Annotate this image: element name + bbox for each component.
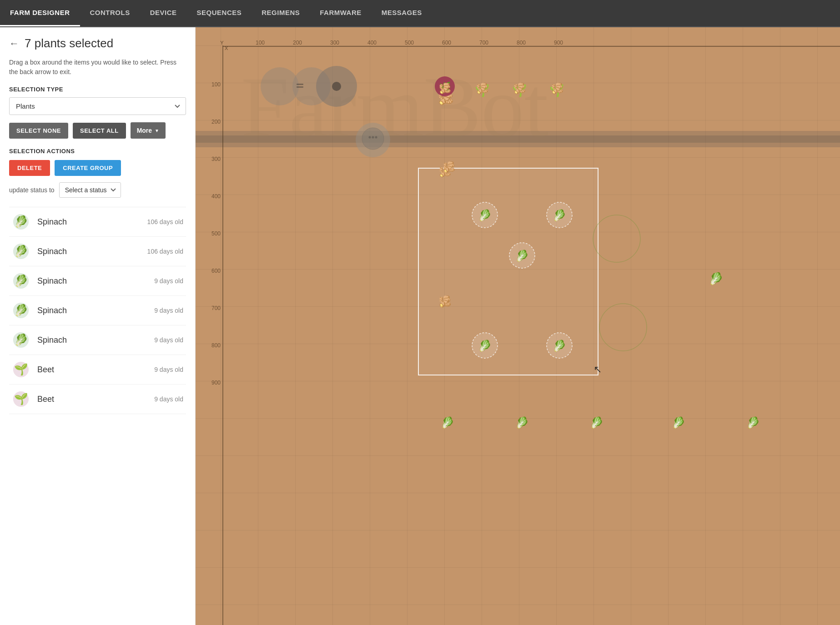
page-title: 7 plants selected <box>25 36 113 50</box>
svg-text:800: 800 <box>517 40 526 46</box>
map-grid: Y X 100 200 300 400 500 600 700 800 900 … <box>196 27 840 625</box>
nav-regimens[interactable]: REGIMENS <box>251 0 310 26</box>
status-dropdown[interactable]: Select a status <box>59 182 121 198</box>
plant-age: 106 days old <box>147 218 183 225</box>
plant-icon: 🌱 <box>12 360 30 379</box>
map-beet-2: 🫚 <box>476 82 489 95</box>
svg-text:🌱: 🌱 <box>14 363 28 376</box>
plant-name: Beet <box>37 365 147 375</box>
svg-point-49 <box>362 128 384 150</box>
svg-text:400: 400 <box>367 40 377 46</box>
selection-type-label: SELECTION TYPE <box>9 86 186 93</box>
plant-icon: 🥬 <box>12 272 30 290</box>
nav-controls[interactable]: CONTROLS <box>80 0 140 26</box>
svg-text:800: 800 <box>211 342 221 349</box>
plant-age: 9 days old <box>154 366 183 373</box>
nav-messages[interactable]: MESSAGES <box>372 0 432 26</box>
plant-list-item[interactable]: 🥬 Spinach106 days old <box>9 207 186 237</box>
plant-name: Spinach <box>37 335 147 345</box>
svg-rect-44 <box>297 84 303 85</box>
svg-text:🥬: 🥬 <box>553 339 566 352</box>
svg-text:🥬: 🥬 <box>672 416 685 429</box>
svg-text:900: 900 <box>211 380 221 386</box>
nav-farmware[interactable]: FARMWARE <box>310 0 372 26</box>
svg-text:600: 600 <box>211 268 221 274</box>
plant-age: 9 days old <box>154 307 183 314</box>
plant-icon: 🥬 <box>12 301 30 320</box>
delete-button[interactable]: DELETE <box>9 160 50 176</box>
status-row: update status to Select a status <box>9 182 186 198</box>
svg-text:200: 200 <box>211 119 221 125</box>
plant-name: Spinach <box>37 217 140 227</box>
svg-text:🫚: 🫚 <box>443 161 456 173</box>
plant-list-item[interactable]: 🌱 Beet9 days old <box>9 385 186 414</box>
map-beet-1: 🫚 <box>439 82 452 95</box>
svg-text:🥬: 🥬 <box>590 416 604 429</box>
back-arrow-icon[interactable]: ← <box>9 38 19 50</box>
sidebar-header: ← 7 plants selected <box>9 36 186 50</box>
svg-text:700: 700 <box>211 305 221 311</box>
svg-text:🥬: 🥬 <box>709 271 724 286</box>
svg-text:🥬: 🥬 <box>441 416 454 429</box>
nav-farm-designer[interactable]: FARM DESIGNER <box>0 0 80 26</box>
plant-list-item[interactable]: 🥬 Spinach106 days old <box>9 237 186 266</box>
svg-text:🌱: 🌱 <box>14 392 28 406</box>
plant-age: 106 days old <box>147 248 183 255</box>
svg-text:Y: Y <box>220 40 224 45</box>
nav-sequences[interactable]: SEQUENCES <box>187 0 252 26</box>
svg-text:🥬: 🥬 <box>14 333 28 347</box>
status-prefix-label: update status to <box>9 186 55 194</box>
create-group-button[interactable]: CREATE GROUP <box>55 160 121 176</box>
svg-point-51 <box>372 136 374 139</box>
plant-age: 9 days old <box>154 336 183 344</box>
svg-text:🥬: 🥬 <box>478 209 492 222</box>
plant-name: Spinach <box>37 306 147 315</box>
svg-text:↖: ↖ <box>594 364 602 375</box>
svg-text:200: 200 <box>293 40 302 46</box>
plant-list-item[interactable]: 🥬 Spinach9 days old <box>9 266 186 296</box>
plant-icon: 🥬 <box>12 331 30 349</box>
plant-name: Beet <box>37 395 147 404</box>
svg-text:🥬: 🥬 <box>515 416 529 429</box>
nav-device[interactable]: DEVICE <box>140 0 187 26</box>
sidebar: ← 7 plants selected Drag a box around th… <box>0 27 196 625</box>
select-none-button[interactable]: SELECT NONE <box>9 123 68 139</box>
action-buttons-row: DELETE CREATE GROUP <box>9 160 186 176</box>
more-button[interactable]: More <box>131 122 166 139</box>
plant-age: 9 days old <box>154 395 183 403</box>
top-navigation: FARM DESIGNER CONTROLS DEVICE SEQUENCES … <box>0 0 840 27</box>
svg-text:900: 900 <box>554 40 563 46</box>
plant-list-item[interactable]: 🥬 Spinach9 days old <box>9 296 186 325</box>
svg-text:🥬: 🥬 <box>553 209 566 222</box>
select-all-button[interactable]: SELECT ALL <box>73 123 126 139</box>
svg-text:🥬: 🥬 <box>746 416 760 429</box>
map-beet-4: 🫚 <box>551 82 564 95</box>
svg-point-50 <box>369 136 371 139</box>
svg-text:600: 600 <box>442 40 451 46</box>
selection-actions-label: SELECTION ACTIONS <box>9 148 186 155</box>
svg-point-47 <box>332 82 341 91</box>
svg-text:🥬: 🥬 <box>14 215 28 229</box>
svg-text:700: 700 <box>479 40 488 46</box>
main-content: ← 7 plants selected Drag a box around th… <box>0 27 840 625</box>
svg-text:300: 300 <box>211 156 221 162</box>
svg-text:🥬: 🥬 <box>478 339 492 352</box>
svg-text:300: 300 <box>330 40 339 46</box>
map-beet-3: 🫚 <box>513 82 526 95</box>
plant-age: 9 days old <box>154 277 183 285</box>
plant-icon: 🥬 <box>12 242 30 260</box>
plant-list-item[interactable]: 🥬 Spinach9 days old <box>9 325 186 355</box>
svg-text:400: 400 <box>211 193 221 200</box>
plant-icon: 🌱 <box>12 390 30 408</box>
map-area[interactable]: Y X 100 200 300 400 500 600 700 800 900 … <box>196 27 840 625</box>
svg-text:500: 500 <box>211 230 221 237</box>
plant-list-item[interactable]: 🌱 Beet9 days old <box>9 355 186 385</box>
selection-type-dropdown[interactable]: Plants <box>9 97 186 115</box>
svg-point-52 <box>375 136 377 139</box>
svg-text:🥬: 🥬 <box>14 274 28 288</box>
svg-text:🥬: 🥬 <box>14 304 28 317</box>
svg-text:500: 500 <box>405 40 414 46</box>
svg-text:🥬: 🥬 <box>14 245 28 258</box>
svg-text:🥬: 🥬 <box>515 249 529 262</box>
svg-text:100: 100 <box>256 40 265 46</box>
